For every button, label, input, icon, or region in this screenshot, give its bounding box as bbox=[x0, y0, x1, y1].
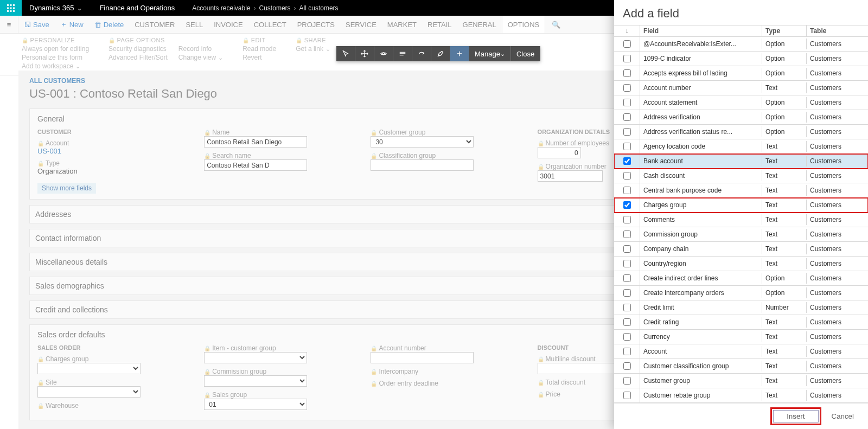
waffle-icon[interactable] bbox=[0, 0, 22, 16]
grid-row[interactable]: Credit limitNumberCustomers bbox=[614, 300, 868, 315]
module-label[interactable]: Finance and Operations bbox=[90, 4, 184, 12]
grid-row[interactable]: @AccountsReceivable:IsExter...OptionCust… bbox=[614, 37, 868, 52]
row-checkbox[interactable] bbox=[623, 143, 631, 150]
row-checkbox[interactable] bbox=[623, 362, 631, 370]
row-table: Customers bbox=[807, 317, 868, 328]
grid-row[interactable]: Company chainTextCustomers bbox=[614, 242, 868, 257]
row-checkbox[interactable] bbox=[623, 392, 631, 399]
row-field: Customer rebate group bbox=[640, 390, 762, 401]
row-checkbox[interactable] bbox=[623, 128, 631, 136]
row-checkbox[interactable] bbox=[623, 333, 631, 341]
row-field: Comments bbox=[640, 214, 762, 225]
row-checkbox[interactable] bbox=[623, 172, 631, 180]
row-checkbox[interactable] bbox=[623, 40, 631, 48]
row-type: Text bbox=[762, 375, 807, 386]
grid-row[interactable]: Charges groupTextCustomers bbox=[614, 198, 868, 213]
row-type: Text bbox=[762, 331, 807, 342]
row-field: Currency bbox=[640, 331, 762, 342]
row-checkbox[interactable] bbox=[623, 260, 631, 267]
row-type: Text bbox=[762, 346, 807, 357]
grid-header: ↓ Field Type Table bbox=[614, 25, 868, 37]
cancel-button[interactable]: Cancel bbox=[826, 409, 860, 424]
grid-row[interactable]: AccountTextCustomers bbox=[614, 344, 868, 359]
row-checkbox[interactable] bbox=[623, 377, 631, 385]
grid-row[interactable]: Address verification status re...OptionC… bbox=[614, 125, 868, 139]
grid-row[interactable]: Agency location codeTextCustomers bbox=[614, 139, 868, 154]
col-field[interactable]: Field bbox=[640, 25, 762, 36]
row-checkbox[interactable] bbox=[623, 84, 631, 92]
row-table: Customers bbox=[807, 185, 868, 196]
svg-rect-7 bbox=[10, 10, 12, 12]
grid-body[interactable]: @AccountsReceivable:IsExter...OptionCust… bbox=[614, 37, 868, 403]
crumb-1[interactable]: Accounts receivable bbox=[192, 4, 250, 12]
row-field: Customer classification group bbox=[640, 361, 762, 372]
grid-row[interactable]: Customer rebate groupTextCustomers bbox=[614, 388, 868, 403]
row-type: Text bbox=[762, 141, 807, 152]
insert-button[interactable]: Insert bbox=[773, 410, 818, 422]
grid-row[interactable]: Account numberTextCustomers bbox=[614, 81, 868, 95]
row-checkbox[interactable] bbox=[623, 348, 631, 355]
grid-row[interactable]: Bank accountTextCustomers bbox=[614, 154, 868, 169]
row-checkbox[interactable] bbox=[623, 304, 631, 311]
row-type: Text bbox=[762, 317, 807, 328]
row-checkbox[interactable] bbox=[623, 187, 631, 194]
svg-rect-2 bbox=[13, 4, 15, 6]
row-table: Customers bbox=[807, 82, 868, 93]
grid-row[interactable]: CurrencyTextCustomers bbox=[614, 330, 868, 344]
grid-row[interactable]: 1099-C indicatorOptionCustomers bbox=[614, 52, 868, 66]
grid-row[interactable]: Customer groupTextCustomers bbox=[614, 374, 868, 388]
col-type[interactable]: Type bbox=[762, 25, 807, 36]
row-field: Create intercompany orders bbox=[640, 287, 762, 298]
row-type: Option bbox=[762, 287, 807, 298]
row-table: Customers bbox=[807, 97, 868, 108]
row-checkbox[interactable] bbox=[623, 274, 631, 282]
row-table: Customers bbox=[807, 375, 868, 386]
row-checkbox[interactable] bbox=[623, 289, 631, 297]
row-checkbox[interactable] bbox=[623, 201, 631, 209]
row-checkbox[interactable] bbox=[623, 99, 631, 106]
row-field: Credit limit bbox=[640, 302, 762, 313]
row-field: Commission group bbox=[640, 229, 762, 240]
row-type: Text bbox=[762, 82, 807, 93]
svg-rect-0 bbox=[7, 4, 9, 6]
row-type: Option bbox=[762, 273, 807, 284]
brand-menu[interactable]: Dynamics 365 ⌄ bbox=[22, 4, 90, 12]
row-type: Text bbox=[762, 258, 807, 269]
row-checkbox[interactable] bbox=[623, 55, 631, 62]
sort-arrow-icon[interactable]: ↓ bbox=[614, 25, 640, 36]
grid-row[interactable]: Commission groupTextCustomers bbox=[614, 227, 868, 242]
row-checkbox[interactable] bbox=[623, 216, 631, 223]
grid-row[interactable]: Account statementOptionCustomers bbox=[614, 95, 868, 110]
col-table[interactable]: Table bbox=[807, 25, 868, 36]
row-checkbox[interactable] bbox=[623, 230, 631, 238]
row-type: Text bbox=[762, 229, 807, 240]
grid-row[interactable]: Accepts express bill of ladingOptionCust… bbox=[614, 66, 868, 81]
row-field: Agency location code bbox=[640, 141, 762, 152]
row-type: Text bbox=[762, 390, 807, 401]
row-checkbox[interactable] bbox=[623, 245, 631, 253]
grid-row[interactable]: Central bank purpose codeTextCustomers bbox=[614, 183, 868, 198]
grid-row[interactable]: Credit ratingTextCustomers bbox=[614, 315, 868, 330]
svg-rect-6 bbox=[7, 10, 9, 12]
grid-row[interactable]: Cash discountTextCustomers bbox=[614, 169, 868, 183]
row-field: Central bank purpose code bbox=[640, 185, 762, 196]
grid-row[interactable]: Create intercompany ordersOptionCustomer… bbox=[614, 286, 868, 300]
row-field: Accepts express bill of lading bbox=[640, 68, 762, 79]
row-checkbox[interactable] bbox=[623, 113, 631, 121]
row-checkbox[interactable] bbox=[623, 157, 631, 165]
row-type: Text bbox=[762, 156, 807, 167]
grid-row[interactable]: Customer classification groupTextCustome… bbox=[614, 359, 868, 374]
crumb-2[interactable]: Customers bbox=[259, 4, 291, 12]
row-checkbox[interactable] bbox=[623, 69, 631, 77]
grid-row[interactable]: CommentsTextCustomers bbox=[614, 213, 868, 227]
grid-row[interactable]: Create indirect order linesOptionCustome… bbox=[614, 271, 868, 286]
row-table: Customers bbox=[807, 244, 868, 254]
row-type: Option bbox=[762, 112, 807, 123]
row-type: Text bbox=[762, 214, 807, 225]
crumb-3[interactable]: All customers bbox=[299, 4, 339, 12]
add-field-flyout: Add a field ↓ Field Type Table @Accounts… bbox=[614, 0, 868, 429]
grid-row[interactable]: Country/regionTextCustomers bbox=[614, 257, 868, 271]
grid-row[interactable]: Address verificationOptionCustomers bbox=[614, 110, 868, 125]
row-checkbox[interactable] bbox=[623, 318, 631, 326]
row-type: Text bbox=[762, 200, 807, 210]
